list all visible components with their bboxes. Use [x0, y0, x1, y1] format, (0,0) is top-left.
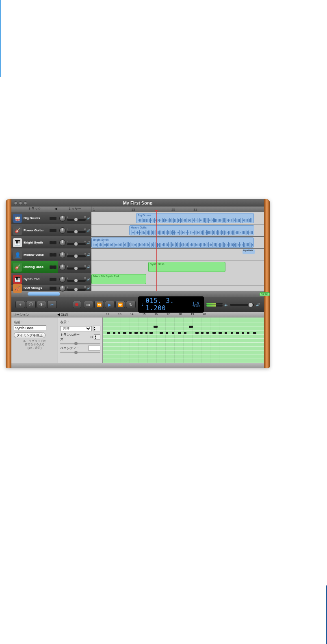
midi-note[interactable] — [149, 332, 153, 334]
midi-note[interactable] — [195, 332, 199, 334]
midi-note[interactable] — [140, 332, 143, 334]
pan-knob[interactable] — [59, 215, 66, 222]
midi-note[interactable] — [242, 332, 244, 334]
mute-button[interactable] — [50, 265, 53, 269]
display-select[interactable]: 音符 — [60, 326, 92, 331]
tape-region[interactable]: TapeDela — [243, 249, 255, 254]
pan-knob[interactable] — [59, 285, 66, 292]
transpose-stepper[interactable]: ▲▼ — [94, 334, 100, 340]
track-header[interactable]: 🎸 Power Guitar — [11, 224, 58, 236]
solo-button[interactable] — [53, 253, 56, 257]
track-timeline[interactable]: Synth Bass — [91, 261, 264, 273]
track-header[interactable]: 🎹 Bright Synth — [11, 237, 58, 248]
velocity-slider[interactable] — [60, 352, 100, 353]
piano-roll-ruler[interactable]: 1213 1415 1617 1819 20 — [104, 313, 262, 317]
scroll-thumb[interactable] — [28, 292, 60, 296]
volume-slider[interactable] — [67, 255, 86, 257]
solo-button[interactable] — [53, 265, 56, 269]
track-row[interactable]: 👤 Mellow Voice LR 🔊 TapeDela — [11, 249, 264, 261]
midi-note[interactable] — [154, 326, 158, 328]
track-timeline[interactable]: Heavy Guitar — [91, 224, 264, 236]
midi-note[interactable] — [134, 332, 138, 334]
midi-region[interactable]: Minor 9th Synth Pad — [91, 274, 146, 284]
track-info-button[interactable]: ⓘ — [26, 301, 36, 308]
midi-note[interactable] — [189, 326, 193, 328]
audio-region[interactable]: Heavy Guitar — [129, 225, 254, 235]
region-tab[interactable]: リージョン ◀ — [13, 313, 60, 317]
mute-button[interactable] — [50, 229, 53, 232]
midi-note[interactable] — [206, 332, 209, 334]
track-row[interactable]: 🎻 Soft Strings LR 🔊 — [11, 285, 264, 291]
transpose-slider[interactable] — [60, 343, 100, 344]
track-header[interactable]: 🎸 Driving Bass — [11, 261, 58, 273]
track-header[interactable]: 👤 Mellow Voice — [11, 249, 58, 261]
midi-region[interactable]: Synth Bass — [148, 262, 225, 272]
midi-note[interactable] — [236, 332, 239, 334]
loop-browser-button[interactable]: 👁 — [37, 301, 46, 308]
collapse-tracks-icon[interactable]: ◀ — [54, 207, 57, 211]
midi-note[interactable] — [166, 332, 168, 334]
pan-knob[interactable] — [59, 252, 66, 258]
mute-button[interactable] — [50, 287, 53, 290]
midi-note[interactable] — [201, 332, 204, 334]
editor-playhead[interactable] — [166, 318, 166, 363]
mute-button[interactable] — [50, 278, 53, 281]
midi-note[interactable] — [184, 332, 186, 334]
audio-region[interactable]: Bright Synth — [91, 237, 254, 248]
play-button[interactable]: ▶ — [105, 301, 115, 308]
track-header[interactable]: 🎻 Soft Strings — [11, 285, 58, 291]
cycle-button[interactable]: ↻ — [126, 301, 136, 308]
midi-note[interactable] — [247, 332, 249, 334]
track-row[interactable]: 🥁 Big Drums LR 🔊 Big Drums — [11, 212, 264, 224]
mute-button[interactable] — [50, 241, 53, 244]
track-timeline[interactable]: TapeDela — [91, 249, 264, 261]
playhead[interactable] — [156, 212, 157, 291]
solo-button[interactable] — [53, 278, 56, 281]
editor-scrollbar[interactable] — [11, 363, 264, 368]
record-button[interactable] — [73, 301, 81, 308]
midi-note[interactable] — [129, 332, 132, 334]
track-timeline[interactable]: Bright Synth — [91, 237, 264, 248]
volume-slider[interactable] — [67, 280, 86, 282]
track-row[interactable]: 🎹 Synth Pad LR 🔊 Minor 9th Synth Pad — [11, 273, 264, 285]
audio-region[interactable]: Big Drums — [136, 213, 254, 223]
close-button[interactable] — [14, 201, 17, 205]
midi-note[interactable] — [118, 332, 120, 334]
midi-note[interactable] — [212, 332, 216, 334]
solo-button[interactable] — [53, 287, 56, 290]
track-row[interactable]: 🎹 Bright Synth LR 🔊 Bright Synth — [11, 237, 264, 249]
midi-note[interactable] — [172, 332, 174, 334]
midi-note[interactable] — [145, 332, 147, 334]
volume-slider[interactable] — [67, 289, 86, 291]
piano-roll[interactable] — [103, 318, 264, 363]
midi-note[interactable] — [123, 332, 126, 334]
titlebar[interactable]: My First Song — [11, 199, 264, 207]
region-name-input[interactable] — [14, 325, 46, 331]
display-stepper[interactable]: ▲▼ — [93, 326, 100, 331]
solo-button[interactable] — [53, 217, 56, 220]
midi-note[interactable] — [225, 332, 227, 334]
track-timeline[interactable]: Minor 9th Synth Pad — [91, 273, 264, 285]
pan-knob[interactable] — [59, 264, 66, 270]
solo-button[interactable] — [53, 241, 56, 244]
zoom-button[interactable] — [24, 201, 27, 205]
volume-slider[interactable] — [67, 231, 86, 233]
midi-note[interactable] — [219, 332, 222, 334]
go-to-start-button[interactable]: ⏮ — [84, 301, 93, 308]
midi-note[interactable] — [113, 332, 115, 334]
add-track-button[interactable]: + — [15, 301, 25, 308]
volume-slider[interactable] — [67, 268, 86, 270]
pan-knob[interactable] — [59, 227, 66, 234]
track-row[interactable]: 🎸 Driving Bass LR 🔊 Synth Bass — [11, 261, 264, 273]
track-header[interactable]: 🥁 Big Drums — [11, 212, 58, 224]
midi-note[interactable] — [231, 332, 233, 334]
master-volume-slider[interactable] — [230, 304, 254, 306]
track-row[interactable]: 🎸 Power Guitar LR 🔊 Heavy Guitar — [11, 224, 264, 237]
track-timeline[interactable]: Big Drums — [91, 212, 264, 224]
detail-tab[interactable]: 詳細 — [60, 313, 104, 317]
track-header[interactable]: 🎹 Synth Pad — [11, 273, 58, 285]
mute-button[interactable] — [50, 253, 53, 257]
mute-button[interactable] — [50, 217, 53, 220]
pan-knob[interactable] — [59, 239, 66, 246]
midi-note[interactable] — [160, 332, 163, 334]
